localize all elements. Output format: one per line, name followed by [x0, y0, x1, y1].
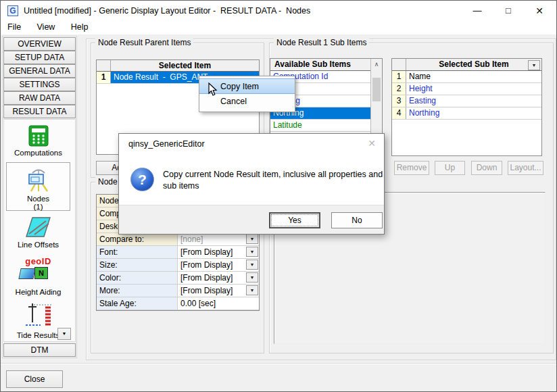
row-text: Height: [406, 83, 541, 95]
parent-items-group-label: Node Result Parent Items: [95, 38, 193, 48]
sidebar-item-computations[interactable]: Computations: [5, 125, 72, 157]
table-row[interactable]: 3 Easting ▼: [392, 95, 541, 107]
bottom-separator: [1, 363, 557, 364]
sidebar-section-setup-data[interactable]: SETUP DATA: [3, 51, 76, 64]
sidebar-item-label: Nodes: [7, 195, 70, 203]
dialog-close-icon[interactable]: ✕: [368, 138, 376, 149]
menu-view[interactable]: View: [30, 21, 62, 33]
dialog-title: qinsy_GenericEditor: [128, 139, 205, 149]
property-row: Compare to: [none] ▼: [97, 233, 259, 246]
dropdown-arrow-icon[interactable]: ▼: [246, 247, 258, 257]
property-row: Size: [From Display] ▼: [97, 259, 259, 272]
column-header: Selected Sub Item: [406, 59, 541, 70]
sidebar-section-settings[interactable]: SETTINGS: [3, 78, 76, 91]
menu-help[interactable]: Help: [64, 21, 95, 33]
dialog-message-line1: Copy current Node Result item, inclusive…: [163, 169, 383, 180]
column-header: Selected Item: [111, 60, 259, 71]
dropdown-arrow-icon[interactable]: ▼: [246, 285, 258, 295]
row-number: 4: [392, 107, 406, 119]
table-row[interactable]: 4 Northing ▼: [392, 107, 541, 120]
selected-item-header-row: Selected Item: [97, 60, 259, 72]
context-menu: Copy Item Cancel: [199, 76, 295, 112]
scrollbar-thumb[interactable]: [372, 78, 381, 101]
titlebar: G Untitled [modified] - Generic Display …: [1, 1, 557, 21]
close-button[interactable]: Close: [6, 370, 63, 388]
property-label: Color:: [97, 272, 178, 284]
sidebar-section-general-data[interactable]: GENERAL DATA: [3, 64, 76, 78]
property-label: Font:: [97, 246, 178, 258]
line-offsets-icon: [26, 216, 51, 239]
question-icon: ?: [130, 168, 154, 191]
row-text: Name: [406, 71, 541, 82]
sidebar-section-dtm[interactable]: DTM: [3, 343, 76, 357]
property-row: More: [From Display] ▼: [97, 285, 259, 297]
sidebar-item-label: Computations: [5, 149, 72, 157]
list-item[interactable]: Latitude: [270, 120, 370, 132]
property-label: Stale Age:: [97, 297, 178, 310]
sidebar-section-raw-data[interactable]: RAW DATA: [3, 91, 76, 105]
minimize-button[interactable]: —: [462, 1, 493, 21]
dialog-button-strip: Yes No: [119, 205, 384, 234]
no-button[interactable]: No: [331, 212, 383, 228]
application-window: G Untitled [modified] - Generic Display …: [0, 0, 557, 392]
row-text: Easting: [406, 95, 541, 107]
sidebar-item-count: (1): [7, 203, 70, 211]
window-title: Untitled [modified] - Generic Display La…: [24, 6, 310, 16]
dropdown-arrow-icon[interactable]: ▼: [246, 234, 258, 244]
row-number: 2: [392, 83, 406, 95]
property-value[interactable]: 0.00 [sec]: [178, 297, 259, 310]
scrollbar[interactable]: ∧ ∨: [370, 59, 382, 143]
sidebar-section-result-data[interactable]: RESULT DATA: [3, 105, 76, 118]
property-row: Font: [From Display] ▼: [97, 246, 259, 259]
down-button[interactable]: Down: [471, 161, 502, 175]
table-row[interactable]: 1 Name ▼: [392, 71, 541, 83]
menu-file[interactable]: File: [1, 21, 28, 33]
sidebar-section-overview[interactable]: OVERVIEW: [3, 37, 76, 51]
dialog-message-line2: sub items: [163, 180, 383, 192]
layout-button[interactable]: Layout...: [508, 161, 543, 175]
available-header: Available Sub Items: [270, 59, 370, 71]
sidebar-item-line-offsets[interactable]: Line Offsets: [5, 216, 72, 249]
selected-sub-item-table: Selected Sub Item 1 Name ▼ 2 Height ▼ 3 …: [391, 58, 542, 156]
maximize-button[interactable]: □: [493, 1, 524, 21]
selected-sub-header-row: Selected Sub Item: [392, 59, 541, 71]
sidebar-item-height-aiding[interactable]: geoID N Height Aiding: [5, 256, 72, 296]
property-label: Compare to:: [97, 233, 178, 245]
row-number: 1: [392, 71, 406, 82]
dropdown-arrow-icon[interactable]: ▼: [246, 272, 258, 283]
sub-items-group-label: Node Result 1 Sub Items: [274, 38, 369, 48]
row-text: Northing: [406, 107, 541, 119]
remove-button[interactable]: Remove: [394, 161, 429, 175]
dropdown-arrow-icon[interactable]: ▼: [246, 260, 258, 270]
sidebar-item-nodes[interactable]: Nodes (1): [6, 162, 70, 211]
tide-gauge-icon: [23, 299, 54, 329]
up-button[interactable]: Up: [435, 161, 465, 175]
row-number: 3: [392, 95, 406, 107]
confirm-dialog: qinsy_GenericEditor ✕ ? Copy current Nod…: [118, 133, 385, 235]
sidebar-scroll-down-button[interactable]: ▼: [57, 328, 71, 340]
sidebar-item-label: Height Aiding: [5, 288, 72, 296]
dropdown-arrow-icon[interactable]: ▼: [528, 60, 540, 70]
yes-button[interactable]: Yes: [269, 212, 320, 228]
geoid-icon: geoID N: [5, 256, 72, 286]
calculator-icon: [28, 125, 49, 147]
property-label: Size:: [97, 259, 178, 271]
table-row[interactable]: 2 Height ▼: [392, 83, 541, 95]
sidebar-item-label: Line Offsets: [5, 241, 72, 249]
dialog-message: Copy current Node Result item, inclusive…: [163, 169, 383, 192]
property-label: More:: [97, 285, 178, 297]
row-number: 1: [97, 72, 111, 83]
property-row: Color: [From Display] ▼: [97, 272, 259, 285]
close-window-button[interactable]: ✕: [524, 1, 555, 21]
property-row: Stale Age: 0.00 [sec]: [97, 297, 259, 310]
menu-bar: File View Help: [1, 21, 557, 34]
gps-antenna-icon: [25, 166, 52, 193]
cursor-arrow-icon: [208, 82, 218, 97]
scroll-up-icon[interactable]: ∧: [371, 59, 382, 70]
app-logo-icon: G: [7, 5, 18, 16]
